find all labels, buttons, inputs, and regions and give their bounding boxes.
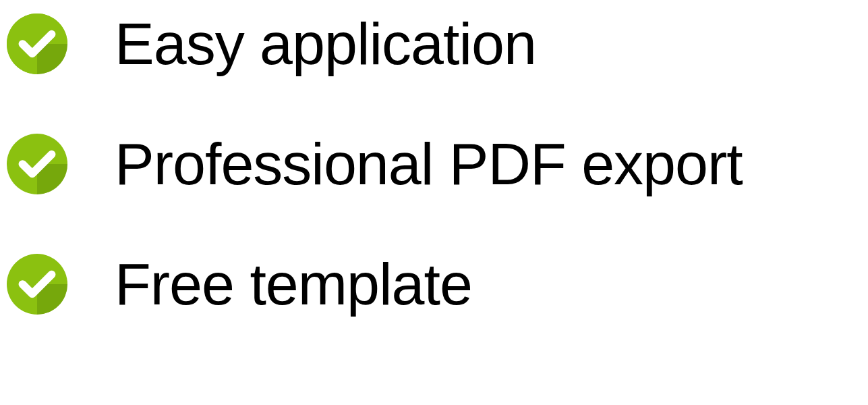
feature-label: Easy application bbox=[115, 14, 536, 74]
feature-label: Professional PDF export bbox=[115, 134, 743, 194]
feature-label: Free template bbox=[115, 254, 472, 314]
list-item: Professional PDF export bbox=[7, 134, 868, 194]
feature-list: Easy application Professional PDF export… bbox=[0, 14, 868, 315]
checkmark-icon bbox=[7, 14, 67, 74]
list-item: Easy application bbox=[7, 14, 868, 74]
list-item: Free template bbox=[7, 254, 868, 315]
checkmark-icon bbox=[7, 134, 67, 194]
checkmark-icon bbox=[7, 254, 67, 315]
